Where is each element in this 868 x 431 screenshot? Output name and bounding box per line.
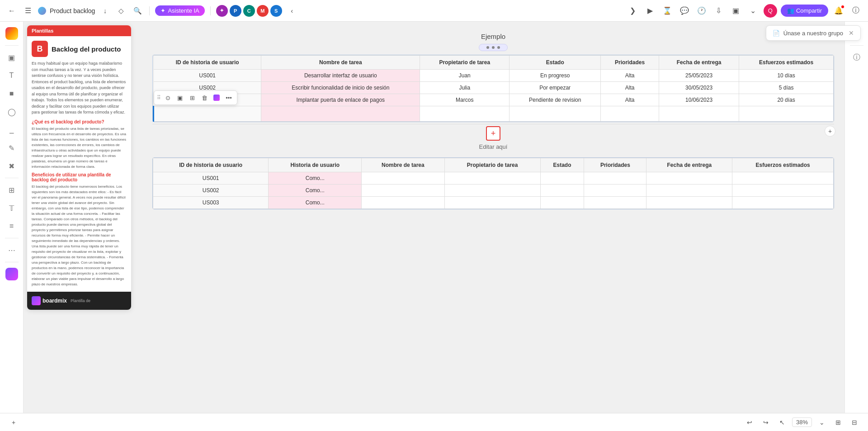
timer-button[interactable]: ⌛ <box>660 4 674 18</box>
zoom-level[interactable]: 38% <box>792 417 812 427</box>
canvas-area[interactable]: Plantillas B Backlog del producto Es muy… <box>24 22 868 413</box>
cursor-tool-button[interactable]: ↖ <box>776 416 788 429</box>
sidebar-item-frame[interactable]: ▣ <box>4 49 20 66</box>
cell-name-1: Desarrollar interfaz de usuario <box>261 70 420 82</box>
right-panel-info[interactable]: ⓘ <box>849 49 865 66</box>
app-icon-3[interactable]: C <box>243 5 255 17</box>
join-group-text: Únase a nuestro grupo <box>783 30 843 37</box>
avatar[interactable]: Q <box>764 4 777 18</box>
template-button[interactable]: ▣ <box>729 4 743 18</box>
cell-status-empty <box>509 106 601 122</box>
table-row-empty[interactable] <box>154 106 834 122</box>
sidebar-item-sticky[interactable]: ■ <box>4 85 20 102</box>
app-icons-group: ✦ P C M S <box>216 5 282 17</box>
sidebar-item-pen[interactable]: ✎ <box>4 140 20 156</box>
boardmix-logo-icon <box>32 296 41 305</box>
sidebar-item-textbox[interactable]: 𝕋 <box>4 200 20 216</box>
app-icon-2[interactable]: P <box>230 5 241 17</box>
gradient2-icon <box>5 268 18 280</box>
zoom-dropdown-button[interactable]: ⌄ <box>816 416 828 429</box>
boardmix-logo-text: boardmix <box>42 298 67 304</box>
row-tool-insert-row[interactable]: ⊞ <box>187 92 198 103</box>
insert-button[interactable]: ⇩ <box>712 4 726 18</box>
undo-button[interactable]: ↩ <box>743 416 756 429</box>
sidebar-item-line[interactable]: ⎯ <box>4 122 20 138</box>
cell-owner-3: Marcos <box>420 94 509 106</box>
board-content[interactable]: Ejemplo ID de historia de usuario Nombre… <box>143 22 843 413</box>
sidebar-item-eraser[interactable]: ✖ <box>4 158 20 174</box>
toolbar-dot2 <box>492 46 495 49</box>
asistente-ia-button[interactable]: ✦ Asistente IA <box>155 5 204 16</box>
menu-button[interactable]: ☰ <box>22 5 34 17</box>
tth-name: Nombre de tarea <box>362 158 445 172</box>
add-icon: + <box>491 129 496 138</box>
sidebar-separator-2 <box>5 178 19 178</box>
sidebar-item-gradient2[interactable] <box>4 266 20 282</box>
app-icon-5[interactable]: S <box>270 5 282 17</box>
cell-status-3: Pendiente de revision <box>509 94 601 106</box>
template-table-row[interactable]: US003 Como... <box>153 197 834 209</box>
join-group-close-button[interactable]: ✕ <box>849 29 854 37</box>
left-sidebar: ▣ T ■ ◯ ⎯ ✎ ✖ ⊞ 𝕋 ≡ ⋯ <box>0 22 24 413</box>
th-id: ID de historia de usuario <box>154 56 261 70</box>
redo-button[interactable]: ↪ <box>760 416 772 429</box>
toolbar-dot3 <box>497 46 500 49</box>
right-panel: ⚙ ⓘ <box>844 22 868 413</box>
add-column-button[interactable]: + <box>825 126 835 137</box>
app-icon-4[interactable]: M <box>257 5 269 17</box>
example-table-wrapper: ID de historia de usuario Nombre de tare… <box>152 55 834 122</box>
help-button[interactable]: ⓘ <box>849 4 863 18</box>
sidebar-item-list[interactable]: ≡ <box>4 218 20 234</box>
chevron-down-button[interactable]: ⌄ <box>746 4 760 18</box>
grid-toggle-button[interactable]: ⊟ <box>848 416 861 429</box>
sidebar-item-shapes[interactable]: ◯ <box>4 104 20 120</box>
table-row[interactable]: US002 Escribir funcionalidad de inicio d… <box>154 82 834 94</box>
share-button[interactable]: 👥 Compartir <box>781 5 828 17</box>
row-tool-circle[interactable]: ⊙ <box>162 92 173 103</box>
tcell-owner-2 <box>444 185 540 197</box>
expand-button[interactable]: ❯ <box>626 4 640 18</box>
drag-handle-icon[interactable]: ⠿ <box>157 95 161 101</box>
th-date: Fecha de entrega <box>659 56 739 70</box>
template-header-label: Plantillas <box>32 28 53 33</box>
row-tool-copy[interactable]: ▣ <box>175 92 185 103</box>
app-icon-1[interactable]: ✦ <box>216 5 228 17</box>
sidebar-item-table[interactable]: ⊞ <box>4 182 20 198</box>
fit-view-button[interactable]: ⊞ <box>832 416 844 429</box>
bottom-bar: + ↩ ↪ ↖ 38% ⌄ ⊞ ⊟ <box>0 413 868 431</box>
tcell-date-2 <box>646 185 732 197</box>
collapse-panel-button[interactable]: ‹ <box>286 5 298 17</box>
sidebar-item-more[interactable]: ⋯ <box>4 242 20 258</box>
row-tool-delete[interactable]: 🗑 <box>199 92 210 103</box>
download-button[interactable]: ↓ <box>99 5 111 17</box>
comment-button[interactable]: 💬 <box>678 4 691 18</box>
tth-effort: Esfuerzos estimados <box>732 158 834 172</box>
tcell-effort-3 <box>732 197 834 209</box>
tcell-id-2: US002 <box>153 185 269 197</box>
add-status-button[interactable]: + <box>486 126 500 141</box>
tag-button[interactable]: ◇ <box>115 5 127 17</box>
asistente-icon: ✦ <box>160 7 165 14</box>
search-button[interactable]: 🔍 <box>131 5 144 17</box>
row-tool-more[interactable]: ••• <box>223 92 234 103</box>
sidebar-separator-3 <box>5 238 19 238</box>
tcell-priority-1 <box>584 172 646 185</box>
floating-toolbar <box>479 44 508 51</box>
history-button[interactable]: 🕐 <box>695 4 708 18</box>
th-effort: Esfuerzos estimados <box>739 56 834 70</box>
template-table-row[interactable]: US002 Como... <box>153 185 834 197</box>
template-table-row[interactable]: US001 Como... <box>153 172 834 185</box>
template-section2-desc: El backlog del producto tiene numerosos … <box>32 184 127 287</box>
present-button[interactable]: ▶ <box>643 4 657 18</box>
back-button[interactable]: ← <box>5 5 18 17</box>
th-name: Nombre de tarea <box>261 56 420 70</box>
row-tool-color[interactable] <box>211 92 222 103</box>
tcell-owner-1 <box>444 172 540 185</box>
table-row[interactable]: US001 Desarrollar interfaz de usuario Ju… <box>154 70 834 82</box>
tcell-name-3 <box>362 197 445 209</box>
sidebar-item-home[interactable] <box>4 25 20 42</box>
page-title: Product backlog <box>50 7 95 14</box>
add-page-button[interactable]: + <box>7 416 20 429</box>
table-row[interactable]: US003 Implantar puerta de enlace de pago… <box>154 94 834 106</box>
sidebar-item-text[interactable]: T <box>4 67 20 84</box>
